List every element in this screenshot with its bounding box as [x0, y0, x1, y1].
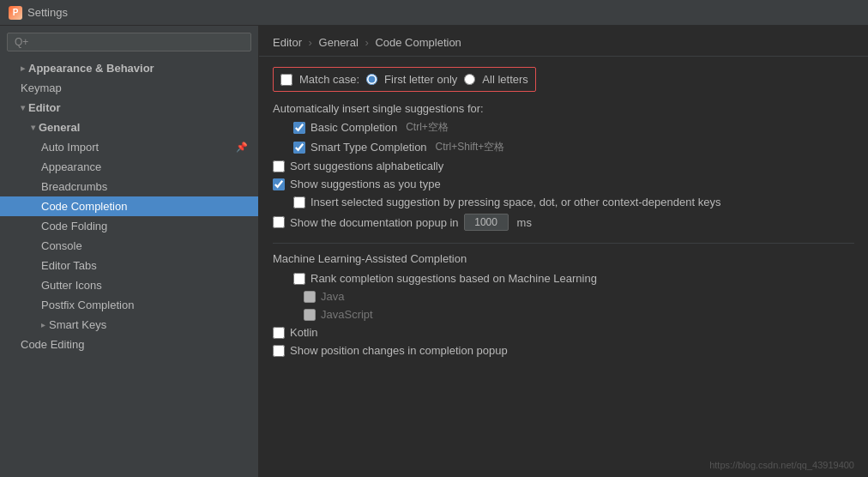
- search-box: [0, 26, 258, 58]
- smart-type-shortcut: Ctrl+Shift+空格: [436, 140, 505, 154]
- sidebar-label: Auto Import: [41, 141, 99, 154]
- breadcrumb: Editor › General › Code Completion: [259, 26, 868, 57]
- ml-javascript-label[interactable]: JavaScript: [321, 308, 373, 321]
- sidebar-item-gutter-icons[interactable]: Gutter Icons: [0, 275, 258, 295]
- sidebar-item-postfix-completion[interactable]: Postfix Completion: [0, 295, 258, 315]
- sort-alphabetically-label[interactable]: Sort suggestions alphabetically: [290, 160, 443, 172]
- sidebar-label: Appearance: [41, 160, 101, 173]
- doc-popup-label[interactable]: Show the documentation popup in: [290, 216, 459, 229]
- sidebar-label: Code Editing: [21, 338, 84, 351]
- watermark: https://blog.csdn.net/qq_43919400: [709, 460, 854, 470]
- content-area: Editor › General › Code Completion Match…: [259, 26, 868, 477]
- sidebar-item-appearance[interactable]: Appearance: [0, 157, 258, 177]
- ml-javascript-row: JavaScript: [304, 308, 854, 321]
- auto-insert-label: Automatically insert single suggestions …: [273, 102, 854, 115]
- sort-alphabetically-checkbox[interactable]: [273, 160, 285, 172]
- ml-rank-row: Rank completion suggestions based on Mac…: [293, 272, 854, 285]
- breadcrumb-sep1: ›: [309, 36, 312, 49]
- ml-java-label[interactable]: Java: [321, 290, 344, 303]
- match-case-row: Match case: First letter only All letter…: [273, 67, 536, 92]
- insert-by-space-label[interactable]: Insert selected suggestion by pressing s…: [310, 196, 720, 208]
- sort-alphabetically-row: Sort suggestions alphabetically: [273, 160, 854, 172]
- sidebar-item-auto-import[interactable]: Auto Import 📌: [0, 137, 258, 157]
- breadcrumb-general: General: [319, 36, 359, 49]
- insert-by-space-checkbox[interactable]: [293, 196, 305, 208]
- sidebar-item-smart-keys[interactable]: Smart Keys: [0, 315, 258, 335]
- sidebar-label: Code Completion: [41, 200, 127, 213]
- first-letter-radio[interactable]: [366, 74, 377, 85]
- sidebar-label: General: [39, 121, 80, 134]
- match-case-label[interactable]: Match case:: [299, 73, 359, 86]
- basic-completion-shortcut: Ctrl+空格: [406, 120, 449, 135]
- ml-java-row: Java: [304, 290, 854, 303]
- sidebar-item-keymap[interactable]: Keymap: [0, 78, 258, 98]
- sidebar-label: Code Folding: [41, 220, 107, 232]
- ml-kotlin-row: Kotlin: [273, 326, 854, 339]
- sidebar-item-code-folding[interactable]: Code Folding: [0, 216, 258, 236]
- doc-popup-row: Show the documentation popup in ms: [273, 214, 854, 231]
- all-letters-label[interactable]: All letters: [482, 73, 527, 86]
- settings-content: Match case: First letter only All letter…: [259, 57, 868, 477]
- sidebar: Appearance & Behavior Keymap Editor Gene…: [0, 26, 259, 477]
- breadcrumb-editor: Editor: [273, 36, 302, 49]
- ml-kotlin-checkbox[interactable]: [273, 327, 285, 339]
- sidebar-label: Appearance & Behavior: [28, 62, 154, 75]
- app-icon: P: [9, 6, 22, 20]
- search-input[interactable]: [7, 33, 251, 51]
- show-as-you-type-checkbox[interactable]: [273, 178, 285, 190]
- pin-icon: 📌: [236, 142, 248, 153]
- ml-javascript-checkbox[interactable]: [304, 309, 316, 321]
- insert-by-space-row: Insert selected suggestion by pressing s…: [293, 196, 854, 208]
- doc-popup-input[interactable]: [464, 214, 509, 231]
- sidebar-label: Editor: [28, 101, 61, 114]
- ml-rank-label[interactable]: Rank completion suggestions based on Mac…: [310, 272, 597, 285]
- sidebar-item-console[interactable]: Console: [0, 236, 258, 256]
- basic-completion-checkbox[interactable]: [293, 122, 305, 134]
- first-letter-label[interactable]: First letter only: [384, 73, 457, 86]
- triangle-icon: [21, 103, 25, 112]
- show-as-you-type-row: Show suggestions as you type: [273, 178, 854, 190]
- triangle-icon: [41, 320, 45, 329]
- match-case-checkbox[interactable]: [280, 74, 292, 86]
- triangle-icon: [31, 123, 35, 132]
- ml-java-checkbox[interactable]: [304, 291, 316, 303]
- ml-section-label: Machine Learning-Assisted Completion: [273, 243, 854, 265]
- sidebar-item-editor[interactable]: Editor: [0, 98, 258, 118]
- sidebar-item-editor-tabs[interactable]: Editor Tabs: [0, 256, 258, 275]
- doc-popup-unit: ms: [517, 216, 532, 229]
- ml-kotlin-label[interactable]: Kotlin: [290, 326, 318, 339]
- doc-popup-checkbox[interactable]: [273, 216, 285, 228]
- sidebar-label: Console: [41, 239, 82, 252]
- basic-completion-label[interactable]: Basic Completion: [310, 121, 397, 134]
- sidebar-label: Keymap: [21, 82, 62, 94]
- sidebar-item-code-completion[interactable]: Code Completion: [0, 196, 258, 216]
- triangle-icon: [21, 63, 25, 73]
- show-position-checkbox[interactable]: [273, 345, 285, 357]
- basic-completion-row: Basic Completion Ctrl+空格: [293, 120, 854, 135]
- smart-type-checkbox[interactable]: [293, 142, 305, 154]
- window-title: Settings: [27, 6, 68, 19]
- sidebar-label: Smart Keys: [49, 318, 106, 331]
- sidebar-label: Gutter Icons: [41, 279, 102, 292]
- show-position-row: Show position changes in completion popu…: [273, 344, 854, 357]
- all-letters-radio[interactable]: [464, 74, 475, 85]
- show-position-label[interactable]: Show position changes in completion popu…: [290, 344, 508, 357]
- content-wrapper: Editor › General › Code Completion Match…: [259, 26, 868, 477]
- smart-type-label[interactable]: Smart Type Completion: [310, 141, 427, 154]
- show-as-you-type-label[interactable]: Show suggestions as you type: [290, 178, 441, 190]
- smart-type-row: Smart Type Completion Ctrl+Shift+空格: [293, 140, 854, 154]
- sidebar-label: Breadcrumbs: [41, 180, 107, 193]
- sidebar-item-breadcrumbs[interactable]: Breadcrumbs: [0, 177, 258, 196]
- breadcrumb-completion: Code Completion: [375, 36, 461, 49]
- sidebar-label: Editor Tabs: [41, 259, 97, 272]
- sidebar-label: Postfix Completion: [41, 299, 134, 311]
- sidebar-item-general[interactable]: General: [0, 118, 258, 137]
- ml-rank-checkbox[interactable]: [293, 273, 305, 285]
- title-bar: P Settings: [0, 0, 868, 26]
- sidebar-item-appearance-behavior[interactable]: Appearance & Behavior: [0, 58, 258, 78]
- breadcrumb-sep2: ›: [365, 36, 368, 49]
- main-content: Appearance & Behavior Keymap Editor Gene…: [0, 26, 868, 477]
- sidebar-item-code-editing[interactable]: Code Editing: [0, 335, 258, 354]
